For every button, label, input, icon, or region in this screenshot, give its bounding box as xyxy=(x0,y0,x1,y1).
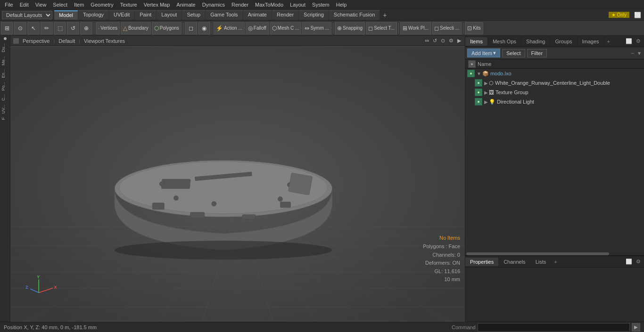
command-go-button[interactable]: ▶ xyxy=(632,323,640,332)
list-item[interactable]: ● ▶ 💡 Directional Light xyxy=(465,97,644,106)
tool-pen[interactable]: ✏ xyxy=(41,22,53,34)
visibility-toggle-2[interactable]: ● xyxy=(475,89,482,96)
vertices-button[interactable]: ·Vertices xyxy=(96,22,120,34)
menu-vertexmap[interactable]: Vertex Map xyxy=(141,1,173,8)
menu-geometry[interactable]: Geometry xyxy=(88,1,116,8)
tool-grid[interactable]: ⊞ xyxy=(1,22,13,34)
add-item-button[interactable]: Add Item ▾ xyxy=(467,49,500,57)
menu-item[interactable]: Item xyxy=(71,1,87,8)
vp-play-icon[interactable]: ▶ xyxy=(456,38,462,44)
tool-rotate[interactable]: ↺ xyxy=(67,22,79,34)
panel-tab-items[interactable]: Items xyxy=(465,37,488,46)
tool-box-select[interactable]: ⬚ xyxy=(54,22,66,34)
panel-tab-groups[interactable]: Groups xyxy=(550,37,577,46)
visibility-header-btn[interactable]: ● xyxy=(468,60,476,68)
tree-expand-0[interactable]: ▼ xyxy=(477,71,481,76)
visibility-toggle-3[interactable]: ● xyxy=(475,98,482,105)
action-button[interactable]: ⚡Action ... xyxy=(214,22,245,34)
menu-help[interactable]: Help xyxy=(333,1,350,8)
vp-shading[interactable]: Viewport Textures xyxy=(84,38,125,44)
scrollbar-thumb[interactable] xyxy=(466,252,609,255)
items-arrow-btn[interactable]: ▾ xyxy=(636,50,642,57)
work-plane-button[interactable]: ⊞Work Pl... xyxy=(400,22,431,34)
command-input[interactable] xyxy=(478,323,630,332)
props-settings-icon[interactable]: ⚙ xyxy=(635,258,642,265)
tab-model[interactable]: Model xyxy=(54,10,78,20)
only-badge[interactable]: ★ Only xyxy=(609,12,629,18)
layout-selector[interactable]: Default Layouts xyxy=(2,11,52,19)
panel-tab-images[interactable]: Images xyxy=(578,37,604,46)
menu-layout[interactable]: Layout xyxy=(287,1,308,8)
panel-settings-icon[interactable]: ⚙ xyxy=(635,38,642,45)
panel-expand-icon[interactable]: ⬜ xyxy=(624,38,634,45)
sidebar-c[interactable]: C... xyxy=(0,92,10,103)
menu-animate[interactable]: Animate xyxy=(173,1,198,8)
panel-tab-add[interactable]: + xyxy=(604,37,613,46)
props-tab-add[interactable]: + xyxy=(551,258,560,266)
polygons-button[interactable]: ⬡Polygons xyxy=(152,22,182,34)
items-scrollbar[interactable] xyxy=(465,252,644,256)
tab-paint[interactable]: Paint xyxy=(135,10,156,20)
vp-zoom-icon[interactable]: ⊙ xyxy=(440,38,446,44)
panel-tab-shading[interactable]: Shading xyxy=(521,37,550,46)
props-expand-icon[interactable]: ⬜ xyxy=(624,258,634,265)
mesh-button[interactable]: ⬡Mesh C ... xyxy=(270,22,302,34)
props-tab-channels[interactable]: Channels xyxy=(499,258,530,266)
filter-button[interactable]: Filter xyxy=(527,49,547,57)
symm-button[interactable]: ⇔Symm ... xyxy=(302,22,331,34)
tool-transform[interactable]: ⊕ xyxy=(80,22,92,34)
menu-dynamics[interactable]: Dynamics xyxy=(199,1,228,8)
tab-gametools[interactable]: Game Tools xyxy=(206,10,243,20)
vp-fit-icon[interactable]: ⇔ xyxy=(424,38,430,44)
menu-view[interactable]: View xyxy=(33,1,50,8)
select2-button[interactable]: ◉ xyxy=(198,22,210,34)
sidebar-f[interactable]: F xyxy=(0,115,10,122)
list-item[interactable]: ● ▶ 🖼 Texture Group xyxy=(465,88,644,97)
tree-expand-1[interactable]: ▶ xyxy=(484,81,488,86)
tab-render[interactable]: Render xyxy=(272,10,298,20)
menu-texture[interactable]: Texture xyxy=(117,1,140,8)
vp-camera[interactable]: Default xyxy=(58,38,75,44)
menu-maxtomodo[interactable]: MaxToModo xyxy=(252,1,286,8)
viewport-toggle[interactable] xyxy=(13,38,19,44)
vp-rotate-icon[interactable]: ↺ xyxy=(432,38,438,44)
kits-button[interactable]: ⊡Kits xyxy=(465,22,483,34)
tab-uvedit[interactable]: UVEdit xyxy=(109,10,134,20)
select-button[interactable]: Select xyxy=(502,49,525,57)
sidebar-poly[interactable]: Po... xyxy=(0,80,10,93)
maximize-button[interactable]: ⬜ xyxy=(631,11,644,19)
boundary-button[interactable]: △Boundary xyxy=(121,22,151,34)
panel-tab-meshops[interactable]: Mesh Ops xyxy=(488,37,521,46)
props-tab-lists[interactable]: Lists xyxy=(531,258,552,266)
menu-render[interactable]: Render xyxy=(229,1,251,8)
falloff-button[interactable]: ◎Falloff xyxy=(246,22,269,34)
items-list[interactable]: ● ▼ 📦 modo.lxo ● ▶ ⬡ White_Orange_Runway… xyxy=(465,69,644,252)
layout-tab-add[interactable]: + xyxy=(380,10,389,20)
tab-setup[interactable]: Setup xyxy=(182,10,205,20)
menu-edit[interactable]: Edit xyxy=(17,1,32,8)
tree-expand-3[interactable]: ▶ xyxy=(484,99,488,105)
menu-system[interactable]: System xyxy=(309,1,332,8)
visibility-toggle-0[interactable]: ● xyxy=(467,70,475,77)
material-button[interactable]: ◻ xyxy=(185,22,197,34)
viewport[interactable]: Perspective | Default | Viewport Texture… xyxy=(10,36,465,322)
tool-select-arrow[interactable]: ↖ xyxy=(27,22,40,34)
tab-scripting[interactable]: Scripting xyxy=(299,10,329,20)
visibility-toggle-1[interactable]: ● xyxy=(475,79,482,87)
props-tab-properties[interactable]: Properties xyxy=(465,258,499,266)
tab-schematic[interactable]: Schematic Fusion xyxy=(329,10,380,20)
vp-settings-icon[interactable]: ⚙ xyxy=(448,38,454,44)
tab-animate[interactable]: Animate xyxy=(243,10,272,20)
tab-topology[interactable]: Topology xyxy=(78,10,108,20)
selection-button[interactable]: ◻Selecti ... xyxy=(432,22,462,34)
tool-orbit[interactable]: ⊙ xyxy=(14,22,26,34)
menu-file[interactable]: File xyxy=(2,1,16,8)
list-item[interactable]: ● ▼ 📦 modo.lxo xyxy=(465,69,644,78)
items-minus-btn[interactable]: − xyxy=(629,50,636,57)
vp-perspective[interactable]: Perspective xyxy=(23,38,50,44)
sidebar-dup[interactable]: Du... xyxy=(0,41,10,54)
tab-layout[interactable]: Layout xyxy=(157,10,182,20)
sidebar-uv[interactable]: UV... xyxy=(0,103,10,115)
canvas-area[interactable]: X Y Z No Items Polygons : Face Channels:… xyxy=(10,46,465,322)
tree-expand-2[interactable]: ▶ xyxy=(484,90,488,95)
